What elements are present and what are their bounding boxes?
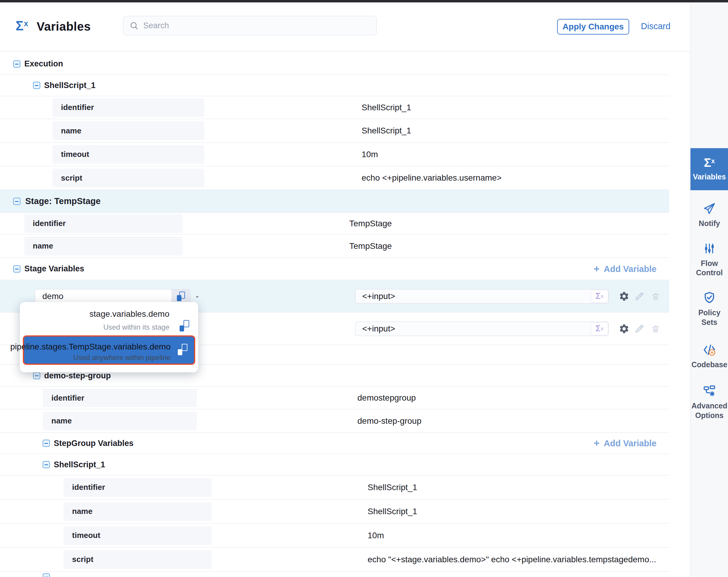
field-label: identifier [43, 388, 197, 407]
section-row-stepgroup-variables: StepGroup Variables +Add Variable [0, 433, 669, 454]
field-label: name [43, 412, 197, 430]
copy-icon [178, 344, 187, 355]
page-title: Variables [37, 20, 91, 33]
copy-button[interactable] [178, 344, 187, 356]
collapse-icon[interactable] [33, 372, 40, 379]
sidebar-item-flow-control[interactable]: Flow Control [691, 239, 728, 281]
section-row-stage-tempstage: Stage: TempStage [0, 190, 669, 213]
add-variable-button[interactable]: +Add Variable [594, 264, 656, 274]
delete-button[interactable] [651, 324, 660, 333]
section-row-shellscript1: ShellScript_1 [0, 75, 669, 96]
field-row-identifier: identifier demostepgroup [0, 387, 669, 409]
variable-value-input[interactable]: <+input> Σx [355, 289, 609, 303]
flowchart-gear-icon [703, 384, 716, 398]
collapse-icon[interactable] [43, 461, 50, 468]
field-row-script: script echo "<+stage.variables.demo>" ec… [0, 548, 669, 572]
sidebar-item-policy-sets[interactable]: Policy Sets [691, 287, 728, 331]
search-box[interactable] [123, 16, 376, 35]
delete-button[interactable] [651, 292, 660, 301]
field-value: demo-step-group [357, 416, 421, 426]
field-row-name: name demo-step-group [0, 409, 669, 433]
section-label: Stage Variables [24, 264, 84, 274]
field-row-timeout: timeout 10m [0, 524, 669, 548]
field-value: echo <+pipeline.variables.username> [362, 173, 501, 183]
paper-plane-icon [703, 202, 716, 215]
panel-header: Σx Variables Apply Changes Discard [0, 2, 690, 51]
field-label: name [24, 237, 183, 255]
collapse-icon[interactable] [13, 60, 20, 68]
expression-option-stage-scope[interactable]: stage.variables.demo Used within its sta… [20, 309, 170, 331]
section-row-shellscript1: ShellScript_1 [0, 454, 669, 475]
section-row-execution: Execution [0, 53, 669, 75]
sidebar-item-codebase[interactable]: Codebase [691, 338, 728, 374]
pencil-icon [634, 291, 645, 301]
settings-button[interactable] [619, 323, 629, 334]
field-label: script [53, 169, 204, 187]
field-row-identifier: identifier ShellScript_1 [0, 475, 669, 499]
section-label: ShellScript_1 [54, 460, 105, 470]
collapse-icon[interactable] [33, 82, 40, 89]
field-value: TempStage [349, 241, 392, 251]
section-row-stage-variables: Stage Variables +Add Variable [0, 258, 669, 280]
shield-check-icon [703, 291, 716, 304]
trash-icon [651, 324, 660, 333]
right-nav-sidebar: Σx Variables Notify Flow Control Policy … [690, 2, 728, 577]
field-value: ShellScript_1 [368, 507, 417, 516]
field-row-identifier: identifier TempStage [0, 213, 669, 234]
variable-name-input[interactable]: demo [35, 289, 190, 303]
variables-panel: Σx Variables Apply Changes Discard Execu… [0, 0, 728, 577]
field-value: ShellScript_1 [362, 126, 411, 135]
copy-button[interactable] [180, 320, 189, 333]
stage-section-label: Stage: TempStage [25, 196, 101, 206]
copy-button[interactable] [172, 290, 190, 303]
variables-sigma-icon: Σx [704, 156, 715, 169]
field-row-name: name ShellScript_1 [0, 499, 669, 524]
section-label: StepGroup Variables [54, 439, 134, 448]
field-label: identifier [64, 478, 211, 497]
expression-scope: Used anywhere within pipeline [73, 353, 171, 362]
field-row-name: name TempStage [0, 234, 669, 258]
apply-changes-button[interactable]: Apply Changes [557, 19, 629, 34]
field-label: name [53, 121, 204, 140]
edit-button[interactable] [634, 324, 645, 334]
collapse-icon[interactable] [43, 573, 50, 577]
field-value: ShellScript_1 [362, 103, 411, 112]
field-value: 10m [368, 531, 384, 540]
variable-value-input[interactable]: <+input> Σx [355, 322, 609, 336]
search-input[interactable] [142, 21, 370, 31]
field-value: demostepgroup [357, 393, 416, 403]
field-value: ShellScript_1 [368, 483, 417, 492]
gear-icon [619, 323, 629, 334]
expression-sigma-icon[interactable]: Σx [591, 290, 608, 303]
sliders-icon [703, 242, 716, 255]
sidebar-item-advanced-options[interactable]: Advanced Options [691, 380, 728, 424]
collapse-icon[interactable] [13, 266, 20, 273]
expression-scope: Used within its stage [20, 323, 170, 331]
variable-expression-popover: stage.variables.demo Used within its sta… [20, 302, 198, 372]
field-value: 10m [362, 150, 378, 159]
code-warning-icon [703, 343, 716, 356]
trash-icon [651, 292, 660, 301]
field-label: timeout [64, 526, 211, 545]
pencil-icon [634, 324, 645, 334]
expression-sigma-icon[interactable]: Σx [591, 322, 608, 335]
discard-button[interactable]: Discard [639, 21, 672, 31]
collapse-icon[interactable] [13, 198, 20, 205]
edit-button[interactable] [634, 291, 645, 301]
sidebar-item-notify[interactable]: Notify [691, 198, 728, 232]
sidebar-item-variables[interactable]: Σx Variables [691, 148, 728, 190]
settings-button[interactable] [619, 291, 629, 302]
add-variable-button[interactable]: +Add Variable [594, 438, 656, 448]
field-label: name [64, 502, 211, 521]
expression-option-pipeline-scope-selected[interactable]: pipeline.stages.TempStage.variables.demo… [23, 335, 195, 365]
field-row-timeout: timeout 10m [0, 143, 669, 166]
field-label: timeout [53, 145, 204, 164]
variable-value: <+input> [356, 324, 591, 333]
field-label: identifier [53, 98, 204, 117]
field-row-identifier: identifier ShellScript_1 [0, 96, 669, 119]
field-label: script [64, 550, 211, 569]
field-value: echo "<+stage.variables.demo>" echo <+pi… [368, 555, 656, 565]
collapse-icon[interactable] [43, 440, 50, 447]
field-row-name: name ShellScript_1 [0, 119, 669, 143]
section-label: Execution [24, 59, 63, 69]
